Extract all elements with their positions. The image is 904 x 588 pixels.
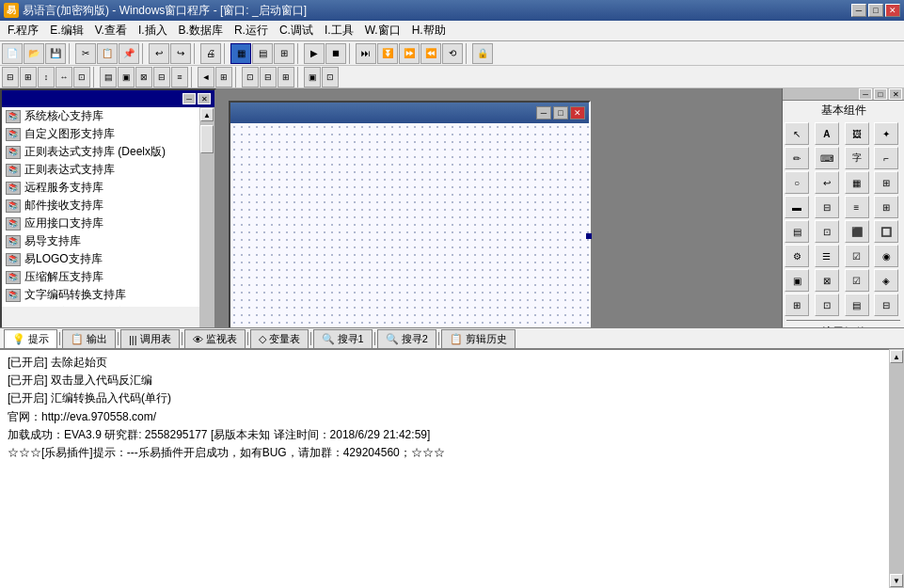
- tb-print[interactable]: 🖨: [200, 43, 221, 64]
- comp-panel[interactable]: ▣: [785, 269, 809, 292]
- comp-bar[interactable]: ▬: [785, 196, 809, 218]
- lib-item-6[interactable]: 📚应用接口支持库: [2, 215, 199, 232]
- lib-item-1[interactable]: 📚自定义图形支持库: [2, 125, 199, 143]
- tb-debug1[interactable]: ⏭: [356, 43, 376, 64]
- lib-item-2[interactable]: 📚正则表达式支持库 (Deelx版): [2, 143, 199, 161]
- inner-maximize[interactable]: □: [553, 106, 568, 119]
- tb-view3[interactable]: ⊞: [274, 43, 294, 64]
- tb2-6[interactable]: ▤: [100, 67, 117, 87]
- tb2-16[interactable]: ▣: [304, 67, 321, 87]
- menu-insert[interactable]: I.插入: [133, 21, 173, 40]
- lib-item-7[interactable]: 📚易导支持库: [2, 232, 199, 250]
- tb-stop[interactable]: ⏹: [325, 43, 346, 64]
- tb2-17[interactable]: ⊡: [322, 67, 339, 87]
- output-scrollbar[interactable]: ▲ ▼: [889, 349, 904, 588]
- tab-hint[interactable]: 💡 提示: [4, 329, 57, 348]
- lib-item-10[interactable]: 📚文字编码转换支持库: [2, 286, 199, 304]
- right-panel-btn2[interactable]: □: [874, 88, 887, 100]
- inner-close[interactable]: ✕: [570, 106, 585, 119]
- scroll-thumb[interactable]: [200, 125, 214, 153]
- tb2-7[interactable]: ▣: [118, 67, 135, 87]
- tb2-11[interactable]: ◄: [198, 67, 214, 87]
- tb2-5[interactable]: ⊡: [73, 67, 90, 87]
- comp-circle[interactable]: ○: [785, 171, 809, 194]
- tb-lock[interactable]: 🔒: [472, 43, 493, 64]
- lib-item-5[interactable]: 📚邮件接收支持库: [2, 197, 199, 215]
- tab-search1[interactable]: 🔍 搜寻1: [313, 329, 373, 348]
- tb2-4[interactable]: ↔: [56, 67, 72, 87]
- comp-diamond[interactable]: ◈: [874, 269, 898, 292]
- tb2-14[interactable]: ⊟: [260, 67, 277, 87]
- tb-cut[interactable]: ✂: [75, 43, 96, 64]
- tb-paste[interactable]: 📌: [119, 43, 139, 64]
- tb2-12[interactable]: ⊞: [215, 67, 232, 87]
- tb-view2[interactable]: ▤: [252, 43, 273, 64]
- panel-close[interactable]: ✕: [198, 93, 211, 104]
- comp-menu[interactable]: ≡: [845, 196, 869, 218]
- comp-dot[interactable]: ⊡: [815, 294, 839, 316]
- tb2-9[interactable]: ⊟: [153, 67, 170, 87]
- tb-undo[interactable]: ↩: [149, 43, 169, 64]
- tb2-1[interactable]: ⊟: [2, 67, 19, 87]
- comp-black[interactable]: ⬛: [845, 220, 869, 243]
- panel-minimize[interactable]: ─: [182, 93, 196, 104]
- comp-minus[interactable]: ⊟: [815, 196, 839, 218]
- tb-run[interactable]: ▶: [304, 43, 325, 64]
- lib-item-11[interactable]: 📚文本语音转换支持库: [2, 304, 199, 307]
- tab-variables[interactable]: ◇ 变量表: [250, 329, 309, 348]
- tb-debug2[interactable]: ⏬: [377, 43, 398, 64]
- tab-watch[interactable]: 👁 监视表: [184, 329, 246, 348]
- comp-grid2[interactable]: ⊞: [874, 196, 898, 218]
- inner-window[interactable]: ─ □ ✕: [229, 101, 591, 327]
- comp-check2[interactable]: ☑: [845, 269, 869, 292]
- comp-check[interactable]: ☑: [845, 245, 869, 267]
- comp-x[interactable]: ⊠: [815, 269, 839, 292]
- right-panel-btn1[interactable]: ─: [859, 88, 872, 100]
- menu-database[interactable]: B.数据库: [173, 21, 229, 40]
- comp-grid3[interactable]: ⊞: [785, 294, 809, 316]
- comp-star[interactable]: ✦: [874, 122, 898, 145]
- lib-item-0[interactable]: 📚系统核心支持库: [2, 107, 199, 125]
- maximize-button[interactable]: □: [868, 4, 883, 17]
- minimize-button[interactable]: ─: [851, 4, 866, 17]
- tb-debug5[interactable]: ⟲: [442, 43, 463, 64]
- comp-image[interactable]: 🖼: [845, 122, 869, 145]
- output-scroll-up[interactable]: ▲: [890, 350, 903, 363]
- library-scrollbar[interactable]: ▲ ▼: [199, 107, 214, 327]
- lib-item-4[interactable]: 📚远程服务支持库: [2, 179, 199, 197]
- comp-table[interactable]: ▤: [785, 220, 809, 243]
- comp-col[interactable]: ⊟: [874, 294, 898, 316]
- tb-new[interactable]: 📄: [2, 43, 23, 64]
- comp-grid[interactable]: ▦: [845, 171, 869, 194]
- scroll-up[interactable]: ▲: [200, 108, 214, 121]
- comp-arrow[interactable]: ↩: [815, 171, 839, 194]
- tb-debug3[interactable]: ⏩: [399, 43, 420, 64]
- tb2-2[interactable]: ⊞: [20, 67, 37, 87]
- tb2-10[interactable]: ≡: [171, 67, 188, 87]
- tb-copy[interactable]: 📋: [97, 43, 118, 64]
- menu-view[interactable]: V.查看: [89, 21, 133, 40]
- comp-kb[interactable]: ⌨: [815, 147, 839, 169]
- comp-edit[interactable]: ✏: [785, 147, 809, 169]
- menu-program[interactable]: F.程序: [2, 21, 44, 40]
- comp-gear[interactable]: ⚙: [785, 245, 809, 267]
- lib-item-3[interactable]: 📚正则表达式支持库: [2, 161, 199, 179]
- tb2-3[interactable]: ↕: [38, 67, 55, 87]
- tab-clipboard[interactable]: 📋 剪辑历史: [441, 329, 515, 348]
- design-canvas[interactable]: [230, 123, 589, 327]
- inner-minimize[interactable]: ─: [536, 106, 551, 119]
- comp-text[interactable]: A: [815, 122, 839, 145]
- comp-radio[interactable]: ◉: [874, 245, 898, 267]
- menu-debug[interactable]: C.调试: [274, 21, 319, 40]
- tb-redo[interactable]: ↪: [170, 43, 191, 64]
- menu-edit[interactable]: E.编辑: [44, 21, 88, 40]
- comp-cursor[interactable]: ↖: [785, 122, 809, 145]
- output-scroll-down[interactable]: ▼: [890, 574, 903, 587]
- menu-run[interactable]: R.运行: [229, 21, 274, 40]
- comp-char[interactable]: 字: [845, 147, 869, 169]
- handle-right-mid[interactable]: [586, 233, 592, 239]
- close-button[interactable]: ✕: [885, 4, 900, 17]
- comp-cell[interactable]: ⊡: [815, 220, 839, 243]
- lib-item-9[interactable]: 📚压缩解压支持库: [2, 268, 199, 286]
- lib-item-8[interactable]: 📚易LOGO支持库: [2, 250, 199, 268]
